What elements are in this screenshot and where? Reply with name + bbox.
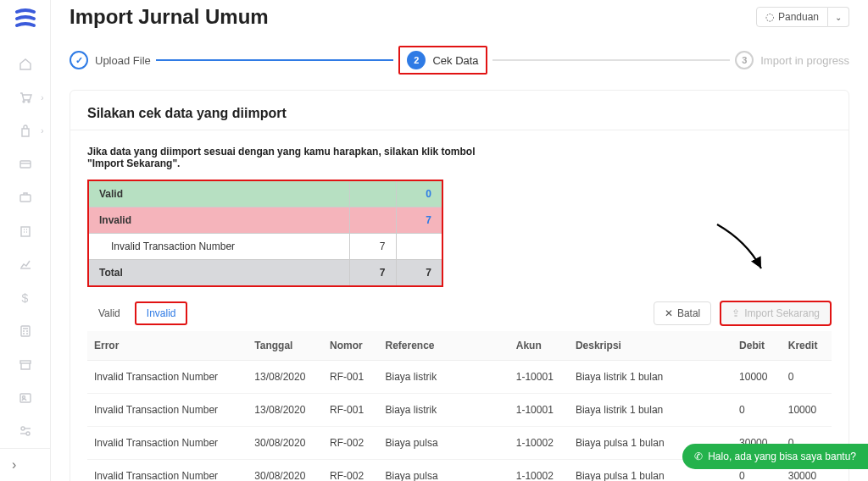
step-line: [156, 59, 394, 61]
whatsapp-icon: ✆: [694, 451, 703, 462]
cell-reference: Biaya listrik: [379, 361, 509, 394]
summary-valid-row: Valid 0: [88, 180, 442, 207]
summary-invalid-reason-row: Invalid Transaction Number 7: [88, 234, 442, 260]
summary-count: 0: [396, 180, 442, 207]
cancel-button[interactable]: ✕ Batal: [654, 301, 711, 325]
svg-rect-4: [21, 227, 30, 236]
import-icon: ⇪: [732, 307, 740, 319]
summary-count: 7: [396, 260, 442, 287]
cell-deskripsi: Biaya listrik 1 bulan: [569, 394, 732, 427]
app-logo[interactable]: [12, 7, 39, 30]
cell-deskripsi: Biaya listrik 1 bulan: [569, 361, 732, 394]
step-line: [492, 59, 731, 61]
cell-reference: Biaya listrik: [379, 394, 509, 427]
tab-invalid[interactable]: Invalid: [135, 301, 188, 325]
page-title: Import Jurnal Umum: [70, 5, 269, 29]
help-chat-widget[interactable]: ✆ Halo, ada yang bisa saya bantu?: [682, 444, 868, 469]
table-row: Invalid Transaction Number13/08/2020RF-0…: [87, 361, 832, 394]
cell-error: Invalid Transaction Number: [87, 427, 248, 460]
svg-point-0: [23, 101, 25, 102]
cell-nomor: RF-002: [323, 427, 378, 460]
summary-total-row: Total 7 7: [88, 260, 442, 287]
col-error: Error: [87, 331, 248, 361]
col-reference: Reference: [379, 331, 509, 361]
col-debit: Debit: [732, 331, 782, 361]
summary-table: Valid 0 Invalid 7 Invalid Transaction Nu…: [87, 180, 443, 287]
check-data-card: Silakan cek data yang diimport Jika data…: [70, 90, 849, 481]
cell-debit: 0: [732, 394, 782, 427]
main-content: Import Jurnal Umum ◌ Panduan ⌄ ✓ Upload …: [51, 0, 868, 481]
cell-akun: 1-10001: [509, 361, 569, 394]
summary-count: 7: [349, 234, 396, 260]
svg-rect-2: [20, 161, 31, 168]
sidebar-expand[interactable]: ›: [0, 448, 50, 481]
cancel-label: Batal: [677, 307, 700, 319]
col-nomor: Nomor: [323, 331, 378, 361]
summary-label: Invalid Transaction Number: [88, 234, 349, 260]
card-notice: Jika data yang diimport sesuai dengan ya…: [87, 146, 494, 169]
chevron-right-icon: ›: [12, 457, 16, 473]
col-kredit: Kredit: [782, 331, 832, 361]
help-text: Halo, ada yang bisa saya bantu?: [708, 451, 856, 462]
cell-nomor: RF-002: [323, 460, 378, 482]
cell-error: Invalid Transaction Number: [87, 394, 248, 427]
cell-tanggal: 13/08/2020: [248, 394, 323, 427]
chevron-down-icon: ⌄: [835, 13, 842, 22]
check-icon: ✓: [70, 51, 88, 69]
cell-debit: 10000: [732, 361, 782, 394]
dollar-icon[interactable]: $: [15, 290, 36, 306]
summary-invalid-row: Invalid 7: [88, 207, 442, 234]
svg-rect-6: [20, 361, 31, 363]
col-deskripsi: Deskripsi: [569, 331, 732, 361]
cell-error: Invalid Transaction Number: [87, 361, 248, 394]
svg-rect-3: [20, 195, 31, 202]
home-icon[interactable]: [15, 56, 36, 72]
cell-error: Invalid Transaction Number: [87, 460, 248, 482]
bag-icon[interactable]: [15, 123, 36, 139]
cell-nomor: RF-001: [323, 361, 378, 394]
step-cek-data[interactable]: 2 Cek Data: [407, 51, 478, 69]
cell-tanggal: 30/08/2020: [248, 427, 323, 460]
svg-rect-7: [20, 394, 31, 402]
import-now-button[interactable]: ⇪ Import Sekarang: [720, 301, 832, 326]
cell-reference: Biaya pulsa: [379, 427, 509, 460]
building-icon[interactable]: [15, 223, 36, 239]
col-tanggal: Tanggal: [248, 331, 323, 361]
summary-count: 7: [396, 207, 442, 234]
step-cek-data-highlight: 2 Cek Data: [398, 46, 487, 75]
step-upload[interactable]: ✓ Upload File: [70, 51, 151, 69]
summary-label: Valid: [88, 180, 349, 207]
svg-point-1: [28, 101, 30, 102]
card-title: Silakan cek data yang diimport: [87, 106, 832, 121]
stepper: ✓ Upload File 2 Cek Data 3 Import in pro…: [70, 46, 849, 75]
settings-icon[interactable]: [15, 423, 36, 440]
panduan-dropdown[interactable]: ⌄: [828, 7, 849, 27]
cell-nomor: RF-001: [323, 394, 378, 427]
summary-label: Invalid: [88, 207, 349, 234]
panduan-label: Panduan: [778, 11, 819, 23]
cell-akun: 1-10001: [509, 394, 569, 427]
card-icon[interactable]: [15, 156, 36, 172]
cell-akun: 1-10002: [509, 427, 569, 460]
summary-label: Total: [88, 260, 349, 287]
svg-rect-5: [21, 326, 30, 336]
col-akun: Akun: [509, 331, 569, 361]
table-row: Invalid Transaction Number13/08/2020RF-0…: [87, 394, 832, 427]
cell-kredit: 10000: [782, 394, 832, 427]
panduan-button-group: ◌ Panduan ⌄: [756, 7, 849, 27]
contact-icon[interactable]: [15, 390, 36, 406]
step-number: 3: [735, 51, 754, 69]
cell-akun: 1-10002: [509, 460, 569, 482]
panduan-button[interactable]: ◌ Panduan: [756, 7, 828, 27]
chart-icon[interactable]: [15, 257, 36, 273]
divider: [70, 130, 849, 130]
step-label: Cek Data: [432, 54, 478, 67]
archive-icon[interactable]: [15, 357, 36, 373]
cart-icon[interactable]: [15, 89, 36, 105]
svg-point-10: [26, 432, 30, 435]
tab-valid[interactable]: Valid: [87, 302, 131, 324]
calculator-icon[interactable]: [15, 323, 36, 339]
sidebar: $ ›: [0, 0, 51, 481]
cell-tanggal: 13/08/2020: [248, 361, 323, 394]
briefcase-icon[interactable]: [15, 190, 36, 206]
